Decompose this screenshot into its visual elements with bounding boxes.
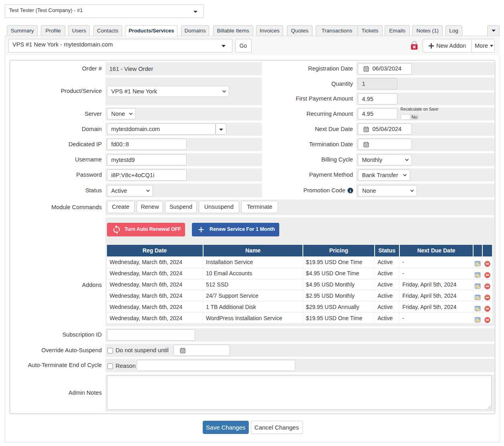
svg-text:i: i (350, 188, 351, 193)
